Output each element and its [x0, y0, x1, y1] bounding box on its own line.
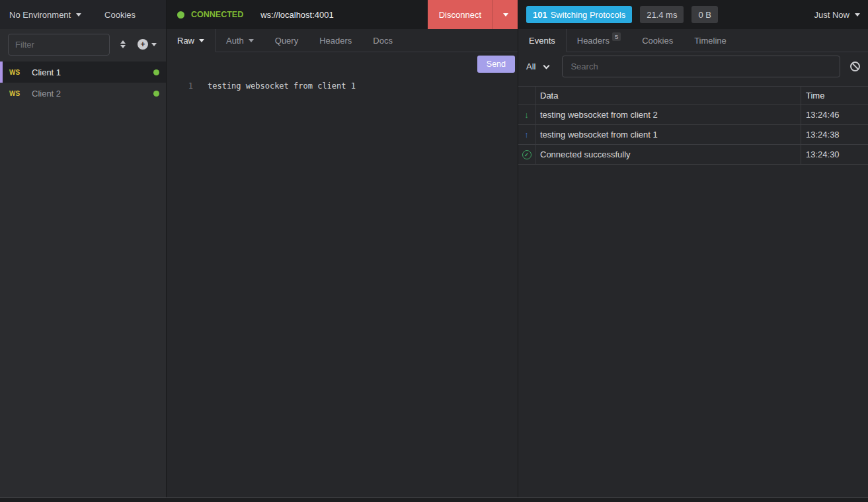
filter-input[interactable] [8, 34, 110, 56]
sidebar-filter-row: + [0, 29, 166, 58]
environment-selector[interactable]: No Environment [9, 10, 81, 20]
event-data: testing websocket from client 1 [535, 125, 801, 144]
event-row[interactable]: ✓ Connected successfully 13:24:30 [518, 145, 868, 165]
ws-method-tag: WS [9, 69, 32, 76]
tab-docs[interactable]: Docs [362, 29, 403, 52]
status-code-badge: 101 Switching Protocols [526, 6, 632, 23]
headers-count-badge: 5 [612, 32, 621, 41]
line-number: 1 [167, 80, 193, 92]
arrow-up-icon: ↑ [524, 130, 529, 140]
status-code: 101 [533, 10, 547, 20]
response-meta-bar: 101 Switching Protocols 21.4 ms 0 B Just… [518, 0, 868, 29]
editor-line: 1 testing websocket from client 1 [167, 80, 518, 92]
tab-response-cookies[interactable]: Cookies [631, 29, 684, 52]
events-table: Data Time ↓ testing websocket from clien… [518, 86, 868, 165]
event-type-select[interactable]: All [526, 62, 551, 71]
tab-query[interactable]: Query [264, 29, 309, 52]
response-history-dropdown[interactable]: Just Now [814, 10, 860, 20]
request-name: Client 1 [32, 67, 153, 77]
disconnect-button[interactable]: Disconnect [428, 0, 493, 29]
tab-auth[interactable]: Auth [216, 29, 264, 52]
events-search-input[interactable] [562, 56, 840, 77]
chevron-down-icon [855, 13, 860, 17]
send-button[interactable]: Send [477, 56, 515, 73]
event-row[interactable]: ↑ testing websocket from client 1 13:24:… [518, 125, 868, 145]
arrow-down-icon: ↓ [524, 110, 529, 120]
sidebar-item-client-2[interactable]: WS Client 2 [0, 83, 166, 104]
disconnect-button-group: Disconnect [428, 0, 518, 29]
chevron-down-icon [543, 62, 550, 69]
editor-content: testing websocket from client 1 [208, 80, 356, 92]
cookies-button[interactable]: Cookies [104, 10, 136, 20]
app-window: No Environment Cookies + WS Client 1 [0, 0, 868, 498]
status-text: Switching Protocols [551, 10, 625, 20]
request-panel: CONNECTED ws://localhost:4001 Disconnect… [167, 0, 518, 497]
icon-column-header [518, 87, 535, 105]
chevron-down-icon [76, 13, 81, 17]
chevron-down-icon [503, 13, 508, 17]
tab-timeline[interactable]: Timeline [684, 29, 737, 52]
sidebar-item-client-1[interactable]: WS Client 1 [0, 62, 166, 83]
chevron-down-icon [249, 39, 254, 42]
data-column-header: Data [535, 87, 801, 105]
tab-headers[interactable]: Headers [309, 29, 362, 52]
response-panel: 101 Switching Protocols 21.4 ms 0 B Just… [518, 0, 868, 497]
connected-dot [153, 69, 159, 75]
response-size-badge: 0 B [691, 6, 718, 23]
connection-bar: CONNECTED ws://localhost:4001 Disconnect [167, 0, 518, 29]
request-tabbar: Raw Auth Query Headers Docs [167, 29, 518, 52]
connection-status-dot [177, 11, 184, 19]
events-filter-row: All [518, 52, 868, 81]
plus-icon: + [138, 39, 148, 50]
events-table-header: Data Time [518, 87, 868, 105]
add-request-button[interactable]: + [138, 39, 157, 50]
connection-status-label: CONNECTED [191, 10, 243, 19]
sidebar-header: No Environment Cookies [0, 0, 166, 29]
request-list: WS Client 1 WS Client 2 [0, 62, 166, 104]
tab-raw[interactable]: Raw [167, 29, 216, 52]
tab-events[interactable]: Events [518, 29, 567, 52]
tab-response-headers[interactable]: Headers 5 [567, 29, 631, 52]
chevron-down-icon [151, 43, 157, 46]
sort-icon [120, 40, 126, 44]
sort-button[interactable] [120, 40, 126, 48]
chevron-down-icon [199, 39, 204, 42]
event-row[interactable]: ↓ testing websocket from client 2 13:24:… [518, 105, 868, 125]
event-data: testing websocket from client 2 [535, 105, 801, 124]
response-tabbar: Events Headers 5 Cookies Timeline [518, 29, 868, 52]
clear-events-icon[interactable] [850, 62, 860, 71]
message-editor[interactable]: Send 1 testing websocket from client 1 [167, 52, 518, 497]
disconnect-dropdown-button[interactable] [493, 0, 518, 29]
connected-dot [153, 91, 159, 97]
event-time: 13:24:46 [801, 105, 868, 124]
sidebar: No Environment Cookies + WS Client 1 [0, 0, 167, 497]
event-data: Connected successfully [535, 145, 801, 164]
response-time-badge: 21.4 ms [640, 6, 684, 23]
websocket-url[interactable]: ws://localhost:4001 [260, 10, 334, 20]
time-column-header: Time [801, 87, 868, 105]
event-time: 13:24:38 [801, 125, 868, 144]
environment-label: No Environment [9, 10, 71, 20]
ws-method-tag: WS [9, 90, 32, 97]
event-time: 13:24:30 [801, 145, 868, 164]
check-circle-icon: ✓ [522, 150, 532, 159]
request-name: Client 2 [32, 89, 153, 99]
